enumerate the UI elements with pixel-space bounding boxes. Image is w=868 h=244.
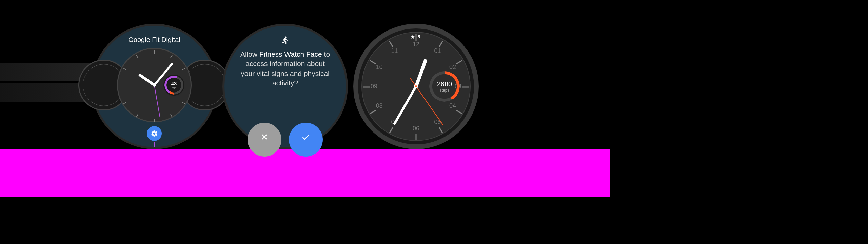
second-hand: [154, 85, 160, 117]
hour-numeral: 10: [376, 63, 383, 70]
hour-numeral: 09: [371, 83, 377, 90]
dial-center: [153, 83, 156, 87]
status-icons: [410, 35, 422, 39]
permission-dialog-screen: Allow Fitness Watch Face to access infor…: [222, 24, 348, 149]
complication-unit: min: [172, 86, 177, 90]
hour-hand: [414, 59, 427, 87]
hour-numeral: 02: [449, 63, 456, 70]
steps-complication[interactable]: 2680 steps: [429, 71, 460, 102]
permission-prompt-text: Allow Fitness Watch Face to access infor…: [238, 49, 332, 88]
check-icon: [301, 132, 311, 142]
gear-icon: [151, 130, 158, 137]
watch-face-title: Google Fit Digital: [94, 36, 215, 44]
activity-complication: 43 min: [163, 75, 184, 96]
complication-value: 2680: [437, 80, 452, 88]
analog-watch-face-screen[interactable]: 12 01 02 03 04 05 06 07 08 09 10 11 2680…: [353, 24, 479, 149]
complication-unit: steps: [440, 88, 450, 93]
page-indicator: [154, 142, 155, 147]
close-icon: [260, 132, 269, 142]
star-icon: [410, 35, 415, 39]
complication-value: 43: [171, 81, 177, 86]
hour-numeral: 04: [449, 102, 456, 109]
allow-button[interactable]: [289, 123, 323, 157]
hour-numeral: 11: [391, 47, 398, 55]
deny-button[interactable]: [248, 123, 281, 157]
settings-button[interactable]: [147, 126, 162, 141]
prompt-prefix: Allow: [240, 50, 259, 58]
lightning-icon: [417, 35, 422, 39]
hour-numeral: 06: [413, 125, 419, 132]
app-name: Fitness Watch Face: [259, 50, 322, 58]
hour-numeral: 05: [434, 118, 441, 125]
minute-hand: [393, 86, 417, 125]
hour-numeral: 12: [413, 41, 419, 48]
dial-center-cap: [415, 85, 417, 87]
watch-face-option-current[interactable]: 43 min: [117, 48, 192, 122]
watch-face-picker-screen: Google Fit Digital 43 min: [92, 24, 217, 149]
hour-numeral: 08: [376, 102, 383, 109]
hour-numeral: 01: [434, 47, 441, 55]
watch-dial: 12 01 02 03 04 05 06 07 08 09 10 11 2680…: [361, 32, 471, 141]
running-icon: [281, 36, 290, 46]
